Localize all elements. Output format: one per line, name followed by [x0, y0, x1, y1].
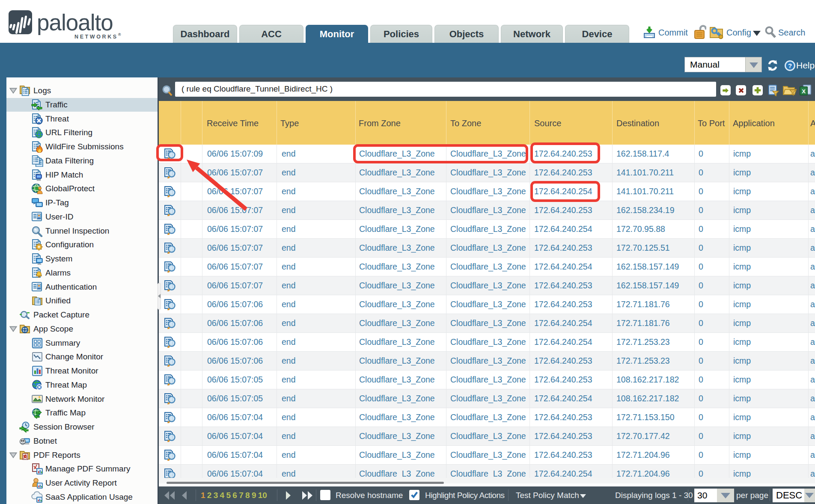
svg-text:?: ?	[788, 62, 792, 69]
svg-text:X: X	[802, 88, 806, 95]
